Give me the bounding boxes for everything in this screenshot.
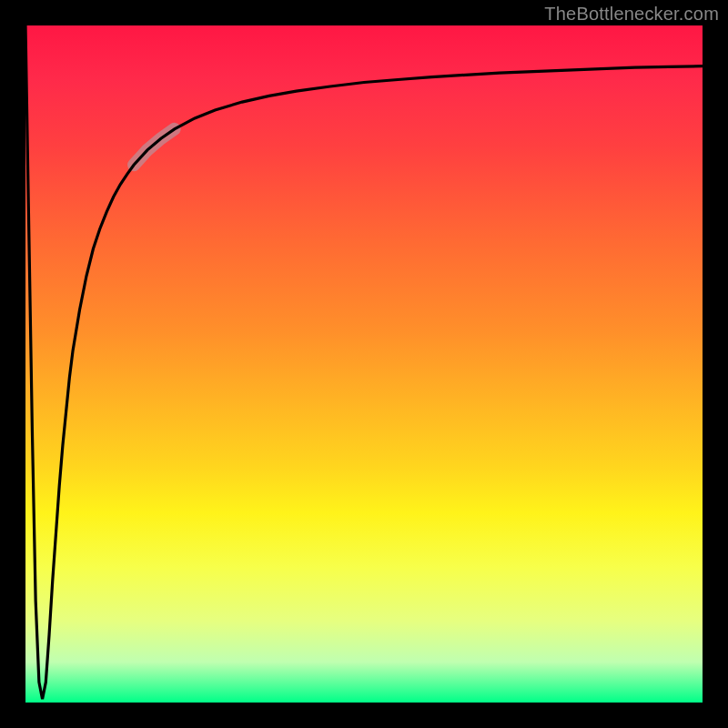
curve-layer [25, 25, 703, 703]
attribution-watermark: TheBottlenecker.com [544, 4, 719, 25]
plot-area [25, 25, 703, 703]
bottleneck-curve [25, 25, 703, 699]
bottleneck-chart: TheBottlenecker.com [0, 0, 728, 728]
